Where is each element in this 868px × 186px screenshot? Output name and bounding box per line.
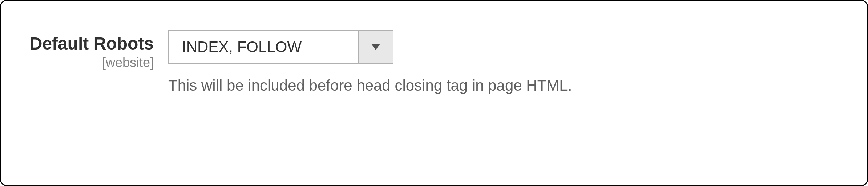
- field-scope: [website]: [23, 55, 154, 70]
- select-value: INDEX, FOLLOW: [169, 31, 358, 63]
- svg-marker-0: [371, 44, 380, 50]
- config-panel: Default Robots [website] INDEX, FOLLOW T…: [0, 0, 868, 186]
- default-robots-select[interactable]: INDEX, FOLLOW: [168, 30, 393, 64]
- field-column: INDEX, FOLLOW This will be included befo…: [168, 30, 845, 94]
- field-label: Default Robots: [23, 33, 154, 54]
- dropdown-arrow-button[interactable]: [358, 31, 393, 63]
- label-column: Default Robots [website]: [23, 30, 168, 70]
- field-help-text: This will be included before head closin…: [168, 77, 845, 94]
- chevron-down-icon: [371, 44, 380, 50]
